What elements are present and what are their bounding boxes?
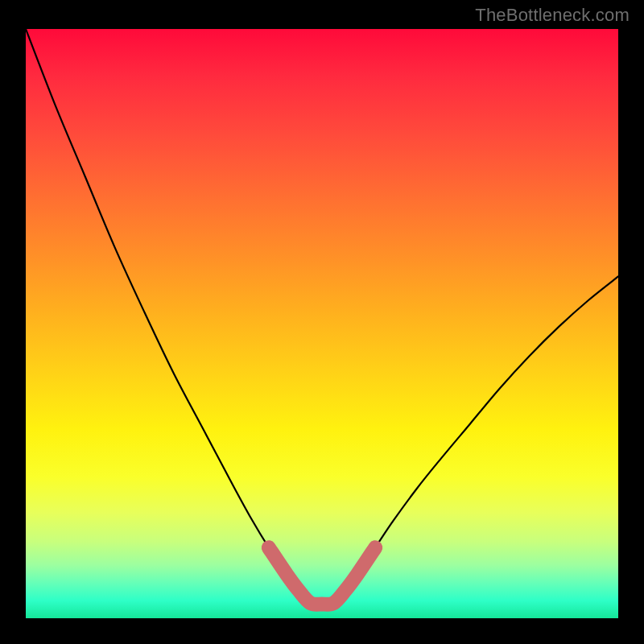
- plot-area: [26, 29, 618, 618]
- curve-layer: [26, 29, 618, 618]
- chart-frame: TheBottleneck.com: [0, 0, 644, 644]
- main-curve: [26, 29, 618, 605]
- watermark-text: TheBottleneck.com: [475, 5, 630, 26]
- highlight-band: [269, 547, 375, 605]
